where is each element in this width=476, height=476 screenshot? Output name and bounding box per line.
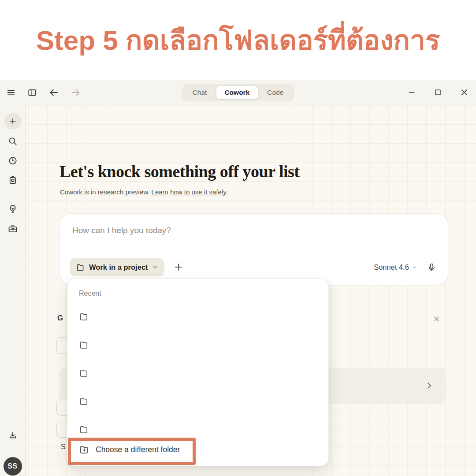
dismiss-close-icon[interactable]: [433, 315, 440, 323]
maximize-icon[interactable]: [434, 88, 442, 97]
page-title: Let's knock something off your list: [60, 162, 299, 181]
tab-cowork[interactable]: Cowork: [216, 86, 258, 100]
folder-icon: [79, 396, 89, 406]
download-icon[interactable]: [7, 431, 18, 441]
covered-section-heading-fragment: G: [57, 314, 63, 323]
chevron-down-icon: [412, 264, 417, 270]
chevron-right-icon: [424, 381, 434, 390]
tasks-clipboard-icon[interactable]: [7, 175, 18, 185]
folder-icon: [79, 368, 89, 378]
search-icon[interactable]: [7, 136, 18, 146]
add-attachment-button[interactable]: [173, 262, 184, 272]
safety-link[interactable]: Learn how to use it safely.: [152, 188, 228, 196]
work-in-project-button[interactable]: Work in a project: [70, 258, 164, 276]
folder-icon: [76, 263, 85, 272]
folder-icon: [79, 424, 89, 435]
composer-card[interactable]: How can I help you today? Work in a proj…: [60, 213, 448, 285]
folder-plus-icon: [79, 444, 89, 455]
tutorial-screenshot: Step 5 กดเลือกโฟลเดอร์ที่ต้องการ: [0, 0, 476, 476]
tutorial-title-banner: Step 5 กดเลือกโฟลเดอร์ที่ต้องการ: [0, 0, 476, 80]
ideas-lightbulb-icon[interactable]: [7, 204, 18, 214]
menu-icon[interactable]: [6, 88, 16, 97]
sidebar-toggle-icon[interactable]: [27, 88, 37, 97]
choose-different-folder-button[interactable]: Choose a different folder: [79, 444, 180, 455]
main-canvas: Let's knock something off your list Cowo…: [26, 104, 476, 476]
recent-folder-item[interactable]: [79, 394, 89, 408]
mode-tab-group: Chat Cowork Code: [182, 84, 294, 101]
choose-different-folder-label: Choose a different folder: [96, 445, 180, 454]
microphone-icon[interactable]: [427, 263, 436, 272]
folder-icon: [79, 340, 89, 350]
left-sidebar: SS: [0, 104, 26, 476]
new-chat-button[interactable]: [4, 113, 21, 130]
work-in-project-label: Work in a project: [89, 263, 148, 271]
dropdown-section-label: Recent: [79, 290, 101, 298]
new-chat-plus-icon: [4, 113, 21, 130]
window-topbar: Chat Cowork Code: [0, 80, 476, 104]
recent-folder-item[interactable]: [79, 338, 89, 351]
toolbox-briefcase-icon[interactable]: [7, 223, 18, 234]
project-folder-dropdown: Recent Choose a differe: [67, 279, 329, 466]
back-arrow-icon[interactable]: [48, 87, 59, 98]
app-window: Chat Cowork Code: [0, 80, 476, 476]
close-icon[interactable]: [460, 88, 469, 97]
model-selector[interactable]: Sonnet 4.6: [374, 263, 417, 271]
avatar[interactable]: SS: [4, 457, 22, 476]
forward-arrow-icon[interactable]: [71, 87, 81, 98]
avatar-initials: SS: [4, 457, 22, 476]
chevron-down-icon: [152, 264, 158, 270]
covered-text-fragment: S: [61, 443, 66, 451]
window-controls: [407, 80, 469, 104]
recent-folder-item[interactable]: [79, 366, 89, 379]
model-label: Sonnet 4.6: [374, 263, 409, 271]
tab-code[interactable]: Code: [258, 86, 292, 100]
tab-chat[interactable]: Chat: [184, 86, 216, 100]
composer-placeholder[interactable]: How can I help you today?: [72, 226, 171, 235]
history-clock-icon[interactable]: [7, 156, 18, 166]
composer-toolbar: Work in a project Sonnet 4.6: [70, 257, 436, 277]
minimize-icon[interactable]: [407, 88, 416, 97]
folder-icon: [79, 312, 89, 322]
tutorial-step-title: Step 5 กดเลือกโฟลเดอร์ที่ต้องการ: [36, 19, 440, 62]
research-preview-note: Cowork is in research preview. Learn how…: [60, 188, 228, 196]
topbar-nav-icons: [6, 80, 81, 104]
recent-folder-item[interactable]: [79, 423, 89, 436]
recent-folder-item[interactable]: [79, 310, 89, 323]
